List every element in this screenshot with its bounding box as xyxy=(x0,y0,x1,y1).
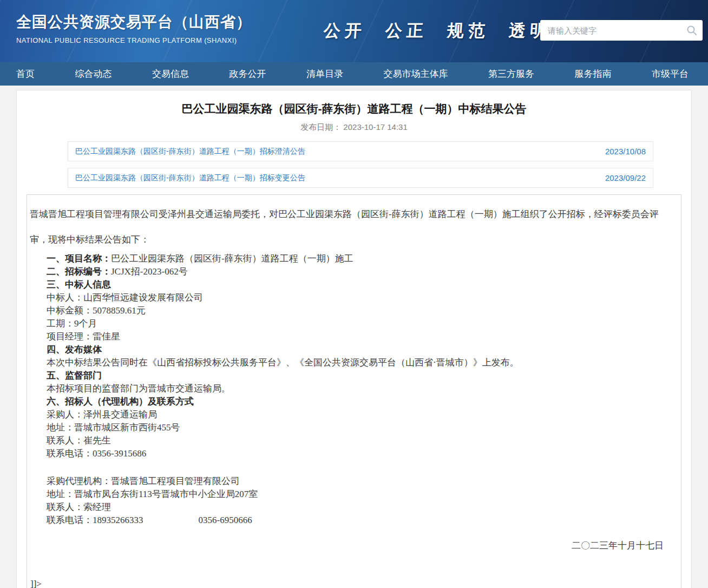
publish-date: 发布日期： 2023-10-17 14:31 xyxy=(27,122,681,133)
nav-item-5[interactable]: 清单目录 xyxy=(306,68,343,80)
nav-item-3[interactable]: 交易信息 xyxy=(152,68,189,80)
body-line-heading: 四、发布媒体 xyxy=(47,344,102,355)
slogan-word: 规范 xyxy=(447,19,490,42)
body-line-text: 地址：晋城市凤台东街113号晋城市中小企业局207室 xyxy=(47,489,258,499)
body-line-text: 地址：晋城市城区新市西街455号 xyxy=(47,422,180,433)
body-line-heading: 五、监督部门 xyxy=(47,370,102,381)
nav-item-2[interactable]: 综合动态 xyxy=(75,68,112,80)
body-line-text: 联系人：索经理 xyxy=(47,502,111,512)
related-announcement-date: 2023/10/08 xyxy=(605,147,646,156)
body-line: 采购人：泽州县交通运输局 xyxy=(29,408,677,421)
search-input[interactable] xyxy=(548,26,686,35)
body-line-text: 联系人：崔先生 xyxy=(47,435,111,446)
body-line: 中标人：山西华恒远建设发展有限公司 xyxy=(29,291,677,304)
header-slogans: 公开公正规范透明 xyxy=(324,19,551,42)
body-line: 联系人：崔先生 xyxy=(29,434,677,447)
body-line-text: 采购人：泽州县交通运输局 xyxy=(47,409,157,420)
body-line: 采购代理机构：晋城晋旭工程项目管理有限公司 xyxy=(29,475,677,488)
nav-item-8[interactable]: 服务指南 xyxy=(575,68,612,80)
body-line: 本招标项目的监督部门为晋城市交通运输局。 xyxy=(29,382,677,395)
nav-item-9[interactable]: 市级平台 xyxy=(652,68,689,80)
site-subtitle: NATIONAL PUBLIC RESOURCE TRADING PLATFOR… xyxy=(16,36,252,44)
body-line: 联系人：索经理 xyxy=(29,501,677,514)
page-title: 巴公工业园渠东路（园区街-薛东街）道路工程（一期）中标结果公告 xyxy=(27,101,681,116)
search-box[interactable] xyxy=(540,20,703,41)
article-card: 巴公工业园渠东路（园区街-薛东街）道路工程（一期）中标结果公告 发布日期： 20… xyxy=(16,90,692,588)
body-line: 二、招标编号：JCJX招-2023-062号 xyxy=(29,265,677,278)
slogan-word: 公正 xyxy=(385,19,429,42)
body-line-heading: 六、招标人（代理机构）及联系方式 xyxy=(47,396,194,407)
body-line: 项目经理：雷佳星 xyxy=(29,330,677,343)
related-announcement-link[interactable]: 巴公工业园渠东路（园区街-薛东街）道路工程（一期）招标变更公告 xyxy=(75,173,305,183)
site-logo: 全国公共资源交易平台（山西省） NATIONAL PUBLIC RESOURCE… xyxy=(16,12,252,44)
page-body: 巴公工业园渠东路（园区街-薛东街）道路工程（一期）中标结果公告 发布日期： 20… xyxy=(0,86,708,588)
body-line-text: 工期：9个月 xyxy=(47,318,97,329)
body-line-text: JCJX招-2023-062号 xyxy=(111,266,188,277)
body-line-text: 联系电话：18935266333 0356-6950666 xyxy=(47,515,252,525)
blank-line xyxy=(29,460,677,475)
body-line-text: 中标人：山西华恒远建设发展有限公司 xyxy=(47,292,203,303)
body-line: 中标金额：5078859.61元 xyxy=(29,304,677,317)
body-line-text: 项目经理：雷佳星 xyxy=(47,331,120,342)
body-line: 工期：9个月 xyxy=(29,317,677,330)
nav-item-6[interactable]: 交易市场主体库 xyxy=(384,68,448,80)
body-line: 联系电话：0356-3915686 xyxy=(29,447,677,460)
intro-paragraph: 晋城晋旭工程项目管理有限公司受泽州县交通运输局委托，对巴公工业园渠东路（园区街-… xyxy=(29,201,677,252)
nav-item-7[interactable]: 第三方服务 xyxy=(488,68,534,80)
site-header: 全国公共资源交易平台（山西省） NATIONAL PUBLIC RESOURCE… xyxy=(0,0,708,62)
body-line-heading: 二、招标编号： xyxy=(47,266,111,277)
related-announcement-link[interactable]: 巴公工业园渠东路（园区街-薛东街）道路工程（一期）招标澄清公告 xyxy=(75,147,305,156)
body-line-text: 采购代理机构：晋城晋旭工程项目管理有限公司 xyxy=(47,476,240,486)
publish-date-value: 2023-10-17 14:31 xyxy=(343,122,407,132)
body-line: 五、监督部门 xyxy=(29,369,677,382)
sign-date: 二〇二三年十月十七日 xyxy=(29,539,677,552)
slogan-word: 公开 xyxy=(323,19,367,42)
body-line: 地址：晋城市凤台东街113号晋城市中小企业局207室 xyxy=(29,488,677,501)
body-line: 三、中标人信息 xyxy=(29,278,677,291)
related-announcement-row: 巴公工业园渠东路（园区街-薛东街）道路工程（一期）招标澄清公告2023/10/0… xyxy=(68,141,653,161)
body-line: 四、发布媒体 xyxy=(29,343,677,356)
body-line-text: 中标金额：5078859.61元 xyxy=(47,305,146,316)
body-line: 本次中标结果公告同时在《山西省招标投标公共服务平台》、《全国公共资源交易平台（山… xyxy=(29,356,677,369)
search-icon[interactable] xyxy=(686,25,697,36)
body-line: 一、项目名称：巴公工业园渠东路（园区街-薛东街）道路工程（一期）施工 xyxy=(29,252,677,265)
related-announcement-date: 2023/09/22 xyxy=(605,173,646,182)
main-nav: 首页综合动态交易信息政务公开清单目录交易市场主体库第三方服务服务指南市级平台 xyxy=(0,62,708,86)
site-title: 全国公共资源交易平台（山西省） xyxy=(16,12,252,32)
body-line-text: 巴公工业园渠东路（园区街-薛东街）道路工程（一期）施工 xyxy=(111,253,353,264)
body-line: 地址：晋城市城区新市西街455号 xyxy=(29,421,677,434)
related-announcements: 巴公工业园渠东路（园区街-薛东街）道路工程（一期）招标澄清公告2023/10/0… xyxy=(68,141,653,188)
body-lines: 一、项目名称：巴公工业园渠东路（园区街-薛东街）道路工程（一期）施工二、招标编号… xyxy=(29,252,677,527)
body-line: 联系电话：18935266333 0356-6950666 xyxy=(29,514,677,527)
announcement-body: 晋城晋旭工程项目管理有限公司受泽州县交通运输局委托，对巴公工业园渠东路（园区街-… xyxy=(27,194,681,588)
nav-item-4[interactable]: 政务公开 xyxy=(230,68,266,80)
publish-date-label: 发布日期： xyxy=(300,122,341,132)
nav-item-1[interactable]: 首页 xyxy=(16,68,35,80)
body-line-heading: 一、项目名称： xyxy=(47,253,111,264)
body-line-heading: 三、中标人信息 xyxy=(47,279,111,290)
body-line-text: 联系电话：0356-3915686 xyxy=(47,448,146,459)
body-line-text: 本次中标结果公告同时在《山西省招标投标公共服务平台》、《全国公共资源交易平台（山… xyxy=(47,357,519,368)
related-announcement-row: 巴公工业园渠东路（园区街-薛东街）道路工程（一期）招标变更公告2023/09/2… xyxy=(68,168,653,188)
body-line-text: 本招标项目的监督部门为晋城市交通运输局。 xyxy=(47,383,231,394)
cdata-tail: ]]> xyxy=(29,577,677,588)
body-line: 六、招标人（代理机构）及联系方式 xyxy=(29,395,677,408)
